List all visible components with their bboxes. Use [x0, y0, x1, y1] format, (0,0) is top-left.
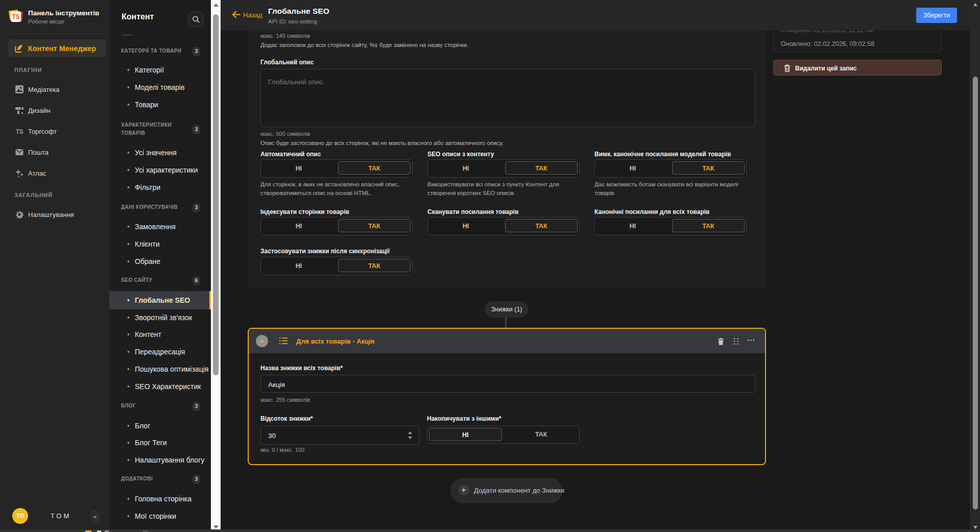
svg-text:TS: TS — [12, 13, 19, 20]
svg-text:TS: TS — [16, 128, 23, 135]
